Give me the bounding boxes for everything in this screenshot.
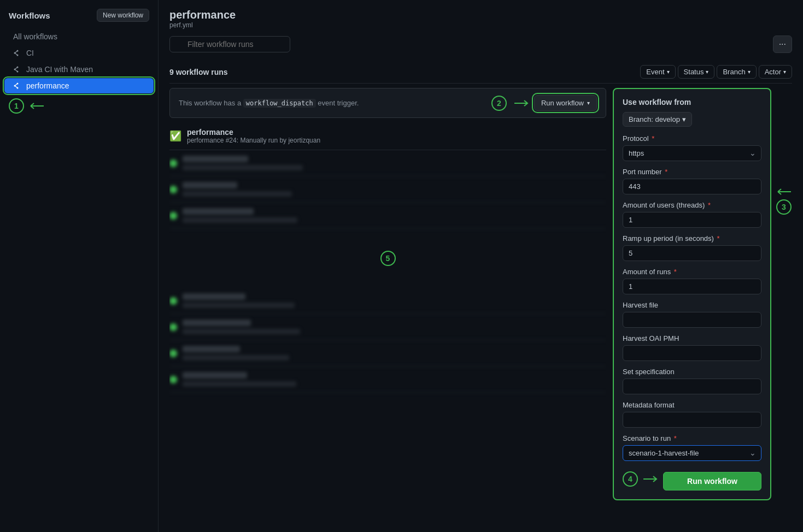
users-group: Amount of users (threads) *: [623, 201, 761, 228]
workflow-icon-performance: [13, 81, 22, 90]
run-item[interactable]: [169, 340, 606, 367]
sidebar-title: Workflows: [9, 11, 50, 20]
runs-label: Amount of runs *: [623, 268, 761, 276]
workflow-icon-java: [13, 65, 22, 74]
run-name-bar: [183, 208, 254, 215]
annotation-1-arrow: [28, 101, 45, 111]
svg-line-14: [15, 86, 17, 88]
ci-label: CI: [26, 49, 34, 57]
annotation-5-circle: 5: [380, 251, 396, 266]
more-button[interactable]: ···: [773, 36, 792, 53]
users-input[interactable]: [623, 212, 761, 228]
all-workflows-label: All workflows: [13, 32, 57, 41]
run-workflow-btn-wrap: 2 Run workflow ▾: [491, 95, 597, 111]
metadata-input[interactable]: [623, 412, 761, 428]
run-meta-bar: [183, 381, 296, 387]
featured-run-item[interactable]: ✅ performance performance #24: Manually …: [169, 122, 606, 150]
annotation-3-circle: 3: [776, 199, 792, 215]
run-item[interactable]: [169, 288, 606, 314]
protocol-label: Protocol *: [623, 134, 761, 143]
annotation-3-arrow: [776, 186, 792, 197]
run-workflow-button[interactable]: Run workflow ▾: [534, 95, 597, 111]
panel-title: Use workflow from: [623, 98, 761, 107]
port-input[interactable]: [623, 179, 761, 194]
annotation-3-area: 3: [771, 88, 792, 215]
toolbar: 🔍 ···: [169, 36, 792, 53]
run-meta-bar: [183, 191, 292, 197]
set-spec-input[interactable]: [623, 379, 761, 394]
branch-filter-button[interactable]: Branch: [717, 65, 756, 79]
runs-input[interactable]: [623, 279, 761, 294]
svg-line-3: [15, 51, 17, 53]
event-filter-button[interactable]: Event: [640, 65, 675, 79]
branch-button[interactable]: Branch: develop ▾: [623, 112, 692, 127]
run-meta-bar: [183, 165, 303, 170]
runs-count: 9 workflow runs: [169, 68, 228, 76]
harvest-oai-input[interactable]: [623, 345, 761, 361]
content-area: This workflow has a workflow_dispatch ev…: [169, 88, 792, 523]
run-workflow-submit-button[interactable]: Run workflow: [663, 472, 761, 490]
scenario-group: Scenario to run * scenario-1-harvest-fil…: [623, 434, 761, 461]
run-item[interactable]: [169, 150, 606, 176]
users-label: Amount of users (threads) *: [623, 201, 761, 209]
branch-label: Branch: develop: [629, 115, 680, 123]
run-meta-bar: [183, 217, 297, 223]
ramp-up-group: Ramp up period (in seconds) *: [623, 234, 761, 261]
run-item[interactable]: [169, 367, 606, 393]
run-status-icon: [169, 323, 177, 331]
svg-line-9: [15, 69, 17, 72]
annotation-4-arrow: [642, 475, 659, 483]
run-subtitle: performance #24: Manually run by jeortiz…: [187, 137, 606, 144]
dispatch-message: This workflow has a workflow_dispatch ev…: [179, 99, 359, 107]
ramp-up-label: Ramp up period (in seconds) *: [623, 234, 761, 243]
run-item[interactable]: [169, 176, 606, 203]
run-status-icon: [169, 186, 177, 193]
sidebar-item-performance[interactable]: performance: [4, 78, 154, 93]
harvest-oai-group: Harvest OAI PMH: [623, 334, 761, 361]
run-content: [183, 293, 606, 308]
actor-filter-button[interactable]: Actor: [759, 65, 792, 79]
filter-wrap: 🔍: [169, 36, 769, 52]
port-group: Port number *: [623, 168, 761, 194]
runs-panel: This workflow has a workflow_dispatch ev…: [169, 88, 606, 523]
run-btn-annotation-wrap: 4 Run workflow: [623, 468, 761, 490]
chevron-branch-icon: ▾: [682, 115, 686, 123]
run-name-bar: [183, 372, 247, 379]
dispatch-suffix: event trigger.: [318, 99, 359, 107]
run-content: [183, 208, 606, 223]
main-content: performance perf.yml 🔍 ··· 9 workflow ru…: [159, 0, 803, 532]
workflow-panel: Use workflow from Branch: develop ▾ Prot…: [613, 88, 771, 500]
annotation-4-circle: 4: [623, 471, 638, 487]
run-meta-bar: [183, 355, 289, 360]
ramp-up-input[interactable]: [623, 245, 761, 261]
metadata-label: Metadata format: [623, 401, 761, 409]
panel-outer: Use workflow from Branch: develop ▾ Prot…: [606, 88, 792, 523]
harvest-file-group: Harvest file: [623, 301, 761, 328]
annotation-1-area: 1: [0, 94, 158, 118]
run-status-icon: [169, 350, 177, 357]
page-title: performance: [169, 9, 792, 21]
run-item[interactable]: [169, 314, 606, 340]
performance-label: performance: [26, 81, 69, 90]
run-content: [183, 372, 606, 387]
required-star: *: [652, 134, 654, 143]
filter-input[interactable]: [169, 36, 290, 52]
status-filter-button[interactable]: Status: [678, 65, 715, 79]
sidebar-item-java-ci[interactable]: Java CI with Maven: [4, 62, 154, 77]
page-subtitle: perf.yml: [169, 21, 792, 29]
protocol-group: Protocol * https http: [623, 134, 761, 161]
scenario-select[interactable]: scenario-1-harvest-file scenario-2 scena…: [623, 445, 761, 461]
java-ci-label: Java CI with Maven: [26, 65, 93, 74]
harvest-file-input[interactable]: [623, 312, 761, 328]
annotation-2-circle: 2: [491, 96, 507, 111]
sidebar-item-all-workflows[interactable]: All workflows: [4, 29, 154, 44]
sidebar-item-ci[interactable]: CI: [4, 45, 154, 61]
run-name-bar: [183, 293, 245, 300]
run-title: performance: [187, 128, 606, 137]
annotation-1-circle: 1: [9, 98, 24, 114]
filter-buttons: Event Status Branch Actor: [640, 65, 792, 79]
run-item[interactable]: [169, 203, 606, 229]
run-status-icon: [169, 376, 177, 383]
new-workflow-button[interactable]: New workflow: [97, 9, 149, 22]
protocol-select[interactable]: https http: [623, 145, 761, 161]
